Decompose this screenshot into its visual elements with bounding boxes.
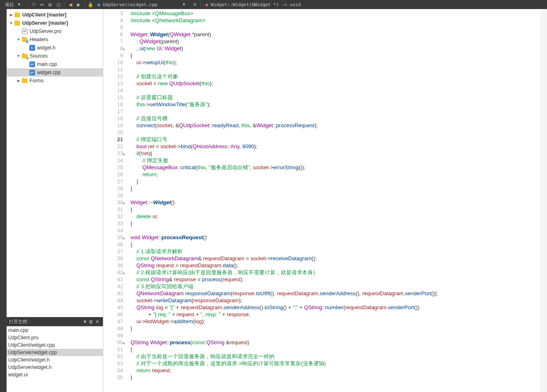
code-line[interactable] <box>130 192 540 199</box>
tree-label: Forms <box>30 78 44 84</box>
code-line[interactable]: + "] req: " + request + ", resp: " + res… <box>130 311 540 318</box>
code-line[interactable] <box>130 24 540 31</box>
twisty-icon[interactable]: ▶ <box>16 79 21 83</box>
code-line[interactable]: { <box>130 206 540 213</box>
tree-folder-sources[interactable]: ▼ Sources <box>7 52 103 60</box>
code-line[interactable]: QString log = "[" + requestDatagram.send… <box>130 304 540 311</box>
code-line[interactable]: // 3.把响应写回给客户端 <box>130 283 540 290</box>
code-line[interactable]: return request; <box>130 367 540 374</box>
code-line[interactable]: #include <QNetworkDatagram> <box>130 17 540 24</box>
vertical-scrollbar[interactable] <box>540 9 547 392</box>
open-doc-item[interactable]: widget.ui <box>7 371 103 378</box>
link-icon[interactable]: ⇔ <box>38 1 46 8</box>
code-line[interactable]: void Widget::processRequest() <box>130 234 540 241</box>
code-line[interactable]: // 2.根据请求计算响应(由于是回显服务器，响应不需要计算，就是请求本身) <box>130 269 540 276</box>
code-line[interactable]: bool ret = socket->bind(QHostAddress::An… <box>130 143 540 150</box>
code-line[interactable]: socket = new QUdpSocket(this); <box>130 80 540 87</box>
folder-icon <box>14 12 21 18</box>
code-line[interactable]: QMessageBox::critical(this, "服务器启动出错", s… <box>130 164 540 171</box>
add-icon[interactable]: ⊞ <box>47 1 54 8</box>
code-line[interactable] <box>130 332 540 339</box>
code-line[interactable]: , ui(new Ui::Widget) <box>130 45 540 52</box>
code-line[interactable] <box>130 227 540 234</box>
nav-back-icon[interactable]: ◀ <box>67 1 74 8</box>
tree-file-widget-h[interactable]: h widget.h <box>7 44 103 52</box>
open-doc-item[interactable]: main.cpp <box>7 327 103 334</box>
twisty-icon[interactable]: ▼ <box>8 21 14 25</box>
code-line[interactable]: } <box>130 325 540 332</box>
code-line[interactable]: // 绑定端口号 <box>130 136 540 143</box>
tree-project-udpclient[interactable]: ▶ UdpClient [master] <box>7 11 103 19</box>
code-line[interactable]: socket->writeDatagram(responseDatagram); <box>130 297 540 304</box>
code-line[interactable]: Widget::Widget(QWidget *parent) <box>130 31 540 38</box>
open-docs-list[interactable]: main.cppUdpClient.proUdpClient/widget.cp… <box>7 326 103 392</box>
code-line[interactable]: { <box>130 241 540 248</box>
file-dropdown-icon[interactable]: ▼ <box>182 2 186 7</box>
lock-icon[interactable]: 🔒 <box>87 1 94 8</box>
twisty-icon[interactable]: ▼ <box>16 54 21 58</box>
code-line[interactable]: { <box>130 52 540 59</box>
file-path[interactable]: UdpServer/widget.cpp <box>103 2 157 7</box>
code-line[interactable]: // 创建出这个对象 <box>130 73 540 80</box>
code-line[interactable] <box>130 108 540 115</box>
code-line[interactable] <box>130 129 540 136</box>
code-line[interactable] <box>130 66 540 73</box>
open-doc-item[interactable]: UdpServer/widget.cpp <box>7 349 103 356</box>
twisty-icon[interactable]: ▼ <box>16 37 21 42</box>
code-line[interactable]: ui->setupUi(this); <box>130 59 540 66</box>
open-doc-item[interactable]: UdpClient.pro <box>7 334 103 341</box>
tree-folder-forms[interactable]: ▶ Forms <box>7 77 103 85</box>
code-line[interactable]: // 绑定失败 <box>130 157 540 164</box>
code-line[interactable]: // 连接信号槽 <box>130 115 540 122</box>
code-editor[interactable]: #include <QMessageBox>#include <QNetwork… <box>126 9 540 392</box>
code-line[interactable]: this->setWindowTitle("服务器"); <box>130 101 540 108</box>
code-line[interactable]: { <box>130 346 540 353</box>
tree-folder-headers[interactable]: ▼ Headers <box>7 35 103 44</box>
code-line[interactable]: } <box>130 178 540 185</box>
code-line[interactable]: connect(socket, &QUdpSocket::readyRead, … <box>130 122 540 129</box>
tree-project-udpserver[interactable]: ▼ UdpServer [master] <box>7 19 103 27</box>
split-icon[interactable]: ◫ <box>55 1 62 8</box>
code-line[interactable]: QString request = requestDatagram.data()… <box>130 262 540 269</box>
close-icon[interactable]: ✕ <box>94 319 100 324</box>
tree-file-widget-cpp[interactable]: c+ widget.cpp <box>7 68 103 77</box>
code-line[interactable]: // 由于当前是一个回显服务器，响应就是和请求完全一样的 <box>130 353 540 360</box>
code-line[interactable]: return; <box>130 171 540 178</box>
close-file-icon[interactable]: ✕ <box>191 1 198 8</box>
line-gutter[interactable]: 345678▼91011121314151617181920212223▼242… <box>103 9 126 392</box>
code-line[interactable] <box>130 87 540 94</box>
nav-fwd-icon[interactable]: ▶ <box>75 1 82 8</box>
dropdown-icon[interactable]: ▼ <box>17 2 21 7</box>
left-rail[interactable] <box>0 9 7 392</box>
tree-label: widget.cpp <box>37 70 61 75</box>
code-line[interactable]: } <box>130 220 540 227</box>
dropdown-icon[interactable]: ▼ <box>83 319 87 324</box>
code-line[interactable]: const QNetworkDatagram& requestDatagram … <box>130 255 540 262</box>
filter-icon[interactable]: ▽ <box>30 1 37 8</box>
code-line[interactable]: // 1.读取请求并解析 <box>130 248 540 255</box>
project-tree[interactable]: ▶ UdpClient [master] ▼ UdpServer [master… <box>7 9 103 317</box>
open-doc-item[interactable]: UdpClient/widget.cpp <box>7 341 103 349</box>
code-line[interactable]: } <box>130 185 540 192</box>
open-doc-item[interactable]: UdpServer/widget.h <box>7 364 103 371</box>
code-line[interactable]: const QString& response = process(reques… <box>130 276 540 283</box>
open-doc-item[interactable]: UdpClient/widget.h <box>7 356 103 364</box>
code-line[interactable]: ui->listWidget->addItem(log); <box>130 318 540 325</box>
code-line[interactable]: QNetworkDatagram responseDatagram(respon… <box>130 290 540 297</box>
panel-title: 项目 <box>2 2 17 8</box>
code-line[interactable]: : QWidget(parent) <box>130 38 540 45</box>
code-line[interactable]: if(!ret){ <box>130 150 540 157</box>
tree-file-pro[interactable]: UdpServer.pro <box>7 27 103 35</box>
code-line[interactable]: // 对于一个成熟的商业服务器，这里的请求->响应的计算可能非常复杂(业务逻辑) <box>130 360 540 367</box>
code-line[interactable]: Widget::~Widget() <box>130 199 540 206</box>
editor-area[interactable]: 345678▼91011121314151617181920212223▼242… <box>103 9 547 392</box>
code-line[interactable]: #include <QMessageBox> <box>130 10 540 17</box>
code-line[interactable]: QString Widget::process(const QString &r… <box>130 339 540 346</box>
tree-file-main-cpp[interactable]: c+ main.cpp <box>7 60 103 68</box>
code-line[interactable]: // 设置窗口标题 <box>130 94 540 101</box>
code-line[interactable]: delete ui; <box>130 213 540 220</box>
code-line[interactable]: } <box>130 374 540 381</box>
symbol-breadcrumb[interactable]: Widget::Widget(QWidget *) -> void <box>211 2 301 7</box>
twisty-icon[interactable]: ▶ <box>8 13 14 17</box>
split-icon[interactable]: ⊞ <box>87 319 94 324</box>
